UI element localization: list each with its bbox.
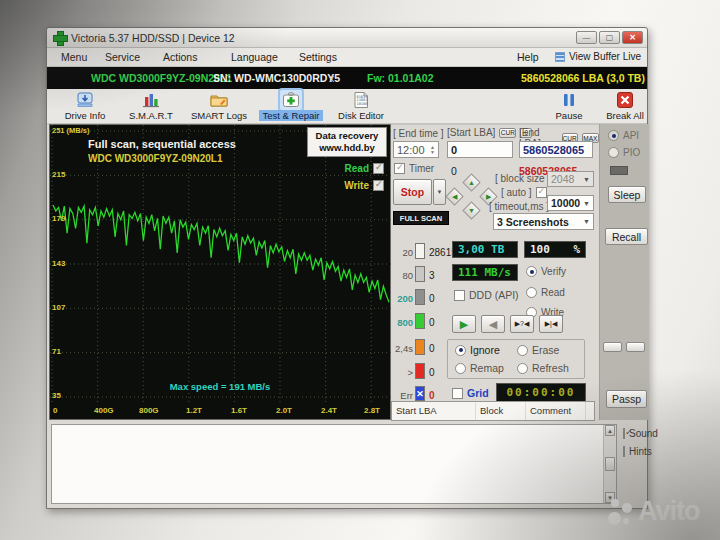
- break-all-button[interactable]: Break All: [593, 90, 657, 123]
- disk-editor-button[interactable]: 010111100110100 Disk Editor: [329, 90, 393, 123]
- remap-radio[interactable]: Remap: [455, 362, 504, 374]
- api-radio[interactable]: API: [608, 130, 639, 141]
- arrow-up-button[interactable]: ▲: [462, 173, 480, 191]
- timer-lcd: 00:00:00: [496, 383, 586, 402]
- device-firmware: Fw: 01.01A02: [367, 72, 434, 84]
- view-buffer-live[interactable]: View Buffer Live: [555, 51, 641, 62]
- drive-info-button[interactable]: Drive Info: [53, 90, 117, 123]
- mini-button-1[interactable]: [603, 342, 622, 352]
- menu-item-settings[interactable]: Settings: [299, 51, 337, 63]
- device-close-x[interactable]: x: [329, 72, 334, 84]
- recall-button[interactable]: Recall: [605, 228, 648, 245]
- arrow-left-button[interactable]: ◀: [445, 187, 463, 205]
- y-tick: 107: [52, 303, 65, 312]
- counter-value: 0: [429, 317, 435, 328]
- grid-checkbox[interactable]: [452, 388, 463, 399]
- hddby-ad: Data recovery www.hdd.by: [307, 127, 387, 157]
- svg-text:10100: 10100: [357, 102, 368, 106]
- log-scrollbar[interactable]: ▲ ▼: [603, 425, 616, 503]
- scroll-thumb[interactable]: [605, 457, 615, 471]
- refresh-radio[interactable]: Refresh: [517, 362, 569, 374]
- counter-value: 0: [429, 343, 435, 354]
- ddd-checkbox[interactable]: [454, 290, 465, 301]
- time-spinner[interactable]: ▲▼: [430, 145, 435, 155]
- minimize-button[interactable]: —: [576, 31, 597, 44]
- write-checkbox[interactable]: [373, 180, 384, 191]
- sound-toggle[interactable]: Sound: [623, 428, 649, 439]
- read-checkbox[interactable]: [373, 163, 384, 174]
- menu-item-menu[interactable]: Menu: [61, 51, 87, 63]
- counter-label: 80: [391, 270, 413, 281]
- stop-button[interactable]: Stop: [393, 179, 432, 205]
- avito-watermark: Avito: [608, 496, 700, 527]
- test-repair-button[interactable]: Test & Repair: [259, 90, 323, 123]
- counter-label: 200: [391, 293, 413, 304]
- menu-item-help[interactable]: Help: [517, 51, 539, 63]
- avito-logo: [608, 499, 634, 525]
- smart-button[interactable]: S.M.A.R.T: [119, 90, 183, 123]
- counter-block: [415, 266, 425, 282]
- graph-title: Full scan, sequential access: [88, 138, 236, 150]
- full-scan-button[interactable]: FULL SCAN: [393, 211, 449, 225]
- sound-checkbox[interactable]: [623, 428, 625, 439]
- close-button[interactable]: ✕: [622, 31, 643, 44]
- y-tick: 179: [52, 214, 65, 223]
- seek-end-button[interactable]: ▶|◀: [539, 315, 563, 333]
- device-model: WDC WD3000F9YZ-09N20L1: [91, 72, 232, 84]
- read-radio[interactable]: Read: [526, 287, 565, 298]
- hints-checkbox[interactable]: [623, 446, 625, 457]
- menu-item-actions[interactable]: Actions: [163, 51, 197, 63]
- sleep-button[interactable]: Sleep: [608, 186, 646, 203]
- menu-item-language[interactable]: Language: [231, 51, 278, 63]
- timer-checkbox[interactable]: [394, 163, 405, 174]
- arrow-down-button[interactable]: ▼: [462, 201, 480, 219]
- counter-block: [415, 289, 425, 305]
- auto-toggle[interactable]: [ auto ]: [501, 187, 547, 198]
- read-toggle[interactable]: Read: [345, 163, 384, 174]
- write-toggle[interactable]: Write: [344, 180, 384, 191]
- menu-item-service[interactable]: Service: [105, 51, 140, 63]
- screenshots-select[interactable]: 3 Screenshots▼: [493, 213, 594, 230]
- percent-lcd: 100%: [524, 241, 586, 258]
- back-button[interactable]: ◀: [481, 315, 505, 333]
- counter-block: [415, 363, 425, 379]
- ignore-radio[interactable]: Ignore: [455, 344, 500, 356]
- seek-question-button[interactable]: ▶?◀: [510, 315, 534, 333]
- device-serial: SN: WD-WMC130D0RDY5: [213, 72, 340, 84]
- x-tick: 2.4T: [321, 406, 337, 415]
- maximize-button[interactable]: ▢: [599, 31, 620, 44]
- defect-table-header: Start LBA Block Comment: [391, 401, 595, 421]
- pio-radio[interactable]: PIO: [608, 147, 640, 158]
- mini-button-2[interactable]: [626, 342, 645, 352]
- grid-toggle[interactable]: Grid: [452, 387, 489, 399]
- hints-toggle[interactable]: Hints: [623, 446, 649, 457]
- timeout-select[interactable]: 10000▼: [547, 195, 594, 211]
- end-lba-input[interactable]: 5860528065: [519, 141, 593, 158]
- pause-button[interactable]: Pause: [537, 90, 601, 123]
- smart-logs-button[interactable]: SMART Logs: [187, 90, 251, 123]
- pause-icon: [558, 90, 580, 110]
- block-size-label: [ block size ]: [495, 173, 550, 184]
- toolbar: Drive Info S.M.A.R.T SMART Logs Test & R…: [47, 89, 647, 124]
- timer-toggle[interactable]: Timer: [394, 163, 434, 174]
- counter-label: 800: [391, 317, 413, 328]
- start-lba-label: [Start LBA]: [447, 127, 495, 138]
- block-size-select[interactable]: 2048▼: [547, 171, 594, 187]
- erase-radio[interactable]: Erase: [517, 344, 559, 356]
- passp-button[interactable]: Passp: [606, 390, 647, 408]
- play-button[interactable]: ▶: [452, 315, 476, 333]
- title-bar: Victoria 5.37 HDD/SSD | Device 12 — ▢ ✕: [47, 28, 647, 48]
- scroll-up-button[interactable]: ▲: [605, 425, 615, 436]
- y-axis-unit: 251 (MB/s): [52, 126, 90, 135]
- x-tick: 0: [53, 406, 57, 415]
- start-lba-input[interactable]: 0: [447, 141, 513, 158]
- verify-radio[interactable]: Verify: [526, 266, 566, 277]
- x-tick: 1.6T: [231, 406, 247, 415]
- ddd-toggle[interactable]: DDD (API): [454, 289, 519, 301]
- auto-checkbox[interactable]: [536, 187, 547, 198]
- x-tick: 1.2T: [186, 406, 202, 415]
- end-time-input[interactable]: 12:00 ▲▼: [393, 141, 439, 158]
- scan-graph: 251 (MB/s) 215 179 143 107 71 35 0 400G …: [49, 124, 391, 420]
- start-lba-cur-button[interactable]: CUR: [499, 128, 516, 138]
- y-tick: 35: [52, 391, 61, 400]
